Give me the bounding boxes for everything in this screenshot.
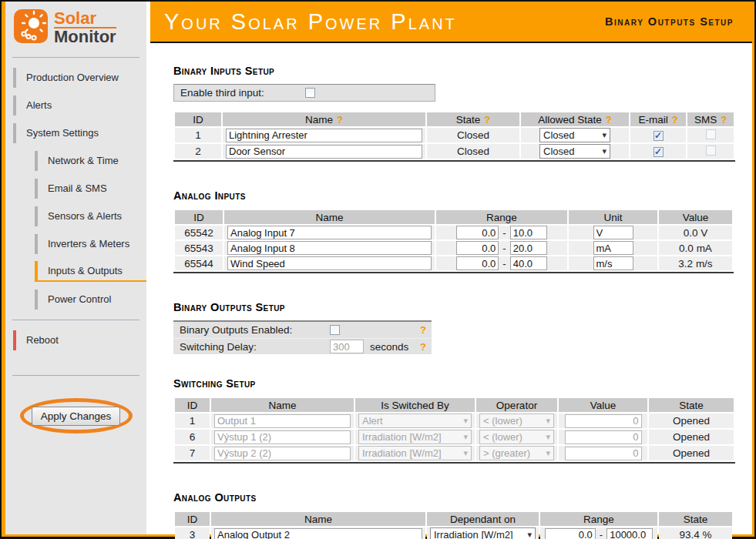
chevron-down-icon: ▾: [546, 432, 550, 442]
nav-marker: [35, 234, 38, 254]
sidebar-divider: [12, 320, 139, 320]
sidebar-item-power-control[interactable]: Power Control: [35, 289, 146, 310]
nav-marker: [35, 290, 38, 310]
chevron-down-icon: ▾: [602, 146, 606, 156]
cell-state: Opened: [649, 413, 734, 428]
table-row: 65542 - 0.0 V: [175, 226, 732, 239]
table-row: 1 Closed Closed▾ ✓: [175, 128, 734, 142]
cell-state: Closed: [427, 128, 519, 142]
sidebar-item-network-time[interactable]: Network & Time: [35, 150, 146, 171]
cell-value: 0.0 V: [659, 226, 732, 239]
analog-outputs-table: ID Name Dependant on Range State 3 Irrad…: [173, 511, 734, 539]
chevron-down-icon: ▾: [602, 130, 606, 140]
sidebar-item-inverters-meters[interactable]: Inverters & Meters: [35, 233, 146, 254]
email-checkbox[interactable]: ✓: [654, 131, 664, 141]
sidebar-item-alerts[interactable]: Alerts: [13, 95, 146, 116]
chevron-down-icon: ▾: [463, 432, 468, 442]
range-max-input[interactable]: [606, 528, 653, 539]
switching-delay-input: [330, 340, 364, 353]
help-icon[interactable]: ?: [721, 114, 727, 126]
value-input: [565, 430, 642, 444]
help-icon[interactable]: ?: [484, 114, 490, 126]
apply-changes-button[interactable]: Apply Changes: [32, 407, 121, 426]
help-icon[interactable]: ?: [420, 341, 426, 353]
table-row: 2 Closed Closed▾ ✓: [175, 144, 734, 159]
help-icon[interactable]: ?: [606, 114, 612, 126]
chevron-down-icon: ▾: [546, 416, 550, 426]
email-checkbox[interactable]: ✓: [654, 147, 664, 157]
content: Binary Inputs Setup Enable third input: …: [150, 65, 752, 539]
range-min-input[interactable]: [456, 241, 499, 255]
operator-select: < (lower)▾: [479, 413, 554, 428]
sidebar-item-email-sms[interactable]: Email & SMS: [35, 178, 146, 199]
col-header-value: Value: [659, 210, 732, 224]
cell-value: 0.0 mA: [659, 241, 732, 255]
solar-monitor-sun-icon: [13, 8, 49, 47]
switching-delay-unit: seconds: [370, 341, 408, 353]
unit-input[interactable]: [593, 241, 633, 255]
help-icon[interactable]: ?: [337, 114, 343, 126]
range-min-input[interactable]: [456, 226, 499, 239]
cell-state: Closed: [427, 144, 519, 159]
unit-input[interactable]: [593, 256, 633, 270]
allowed-state-select[interactable]: Closed▾: [539, 128, 610, 142]
col-header-state: State: [649, 398, 734, 412]
sidebar-item-inputs-outputs[interactable]: Inputs & Outputs: [35, 261, 146, 282]
analog-input-name-input[interactable]: [227, 256, 432, 270]
unit-input[interactable]: [593, 226, 633, 239]
cell-id: 2: [175, 144, 221, 159]
col-header-name: Name: [224, 210, 435, 224]
binary-outputs-enabled-row: Binary Outputs Enabled: ?: [173, 322, 432, 338]
cell-state: Opened: [649, 430, 734, 444]
range-min-input[interactable]: [456, 256, 499, 270]
sidebar: Solar Monitor Production Overview Alerts…: [5, 2, 146, 534]
col-header-name: Name?: [223, 112, 425, 126]
sidebar-item-production-overview[interactable]: Production Overview: [13, 67, 146, 88]
analog-output-name-input[interactable]: [214, 528, 422, 539]
range-max-input[interactable]: [510, 241, 547, 255]
table-row: 3 Irradiation [W/m2]▾ - 93.4 %: [175, 527, 732, 539]
sidebar-item-system-settings[interactable]: System Settings: [13, 122, 146, 143]
main-area: Your Solar Power Plant Binary Outputs Se…: [150, 2, 752, 534]
sidebar-divider: [12, 375, 139, 376]
allowed-state-select[interactable]: Closed▾: [539, 144, 610, 159]
enable-third-input-label: Enable third input:: [180, 87, 305, 99]
binary-outputs-enabled-checkbox[interactable]: [330, 325, 340, 335]
analog-input-name-input[interactable]: [227, 226, 432, 239]
operator-select: > (greater)▾: [479, 446, 554, 460]
logo-text-monitor: Monitor: [54, 27, 116, 45]
logo[interactable]: Solar Monitor: [5, 2, 146, 47]
col-header-email: E-mail?: [630, 112, 686, 126]
col-header-unit: Unit: [569, 210, 657, 224]
range-max-input[interactable]: [510, 256, 547, 270]
binary-input-name-input[interactable]: [226, 129, 422, 142]
analog-input-name-input[interactable]: [227, 241, 432, 255]
nav-marker: [35, 151, 38, 171]
sidebar-item-reboot[interactable]: Reboot: [13, 330, 146, 350]
col-header-id: ID: [175, 210, 223, 224]
output-name-input: [214, 414, 351, 428]
col-header-name: Name: [211, 398, 354, 412]
col-header-id: ID: [175, 398, 210, 412]
analog-inputs-table: ID Name Range Unit Value 65542 - 0.0 V: [173, 209, 734, 273]
help-icon[interactable]: ?: [672, 114, 678, 126]
sidebar-item-sensors-alerts[interactable]: Sensors & Alerts: [35, 206, 146, 226]
help-icon[interactable]: ?: [420, 324, 426, 336]
table-row: 65544 - 3.2 m/s: [175, 256, 732, 270]
switched-by-select: Alert▾: [358, 413, 472, 428]
logo-text-solar: Solar: [54, 10, 116, 27]
range-max-input[interactable]: [510, 226, 547, 239]
cell-state: 93.4 %: [659, 527, 732, 539]
cell-id: 65544: [175, 256, 223, 270]
cell-id: 1: [175, 413, 210, 428]
table-row: 7 Irradiation [W/m2]▾ > (greater)▾ Opene…: [175, 446, 734, 460]
binary-inputs-table: ID Name? State? Allowed State? E-mail? S…: [173, 111, 735, 162]
app-window: Solar Monitor Production Overview Alerts…: [2, 2, 754, 537]
output-name-input: [214, 447, 351, 460]
binary-input-name-input[interactable]: [226, 145, 422, 159]
switching-delay-row: Switching Delay: seconds ?: [173, 338, 432, 354]
dependant-on-select[interactable]: Irradiation [W/m2]▾: [430, 527, 536, 539]
range-min-input[interactable]: [545, 528, 596, 539]
enable-third-input-checkbox[interactable]: [305, 88, 315, 98]
col-header-sms: SMS?: [687, 112, 734, 126]
